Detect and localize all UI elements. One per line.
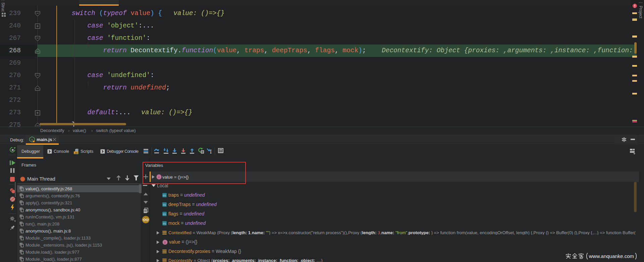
svg-text:01: 01 [163, 194, 166, 197]
svg-text:λ: λ [164, 240, 166, 244]
svg-text:JS: JS [74, 151, 77, 154]
svg-text:s: s [31, 138, 33, 141]
svg-text:01: 01 [163, 222, 166, 225]
svg-text:01: 01 [163, 203, 166, 206]
svg-text:01: 01 [163, 212, 166, 215]
